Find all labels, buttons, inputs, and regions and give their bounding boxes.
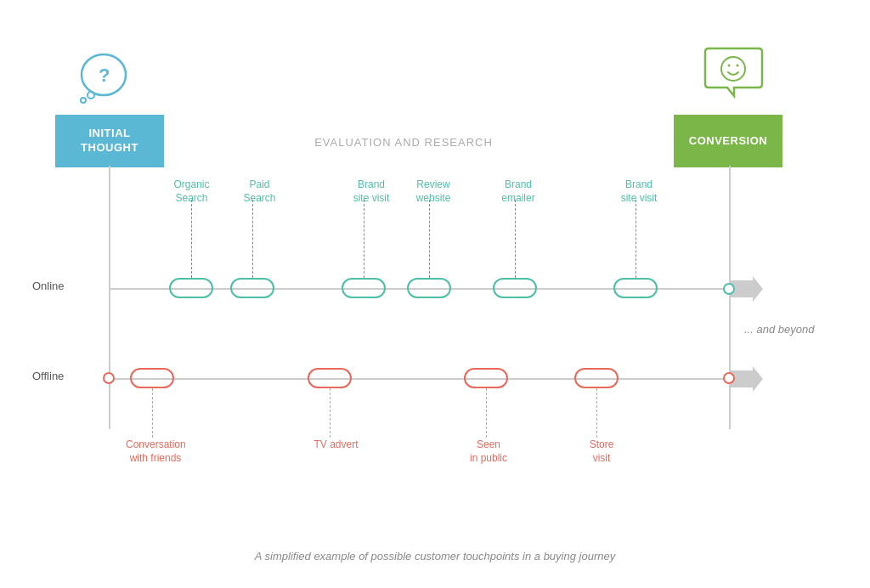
pill-offline-store-visit [574,368,619,388]
dot-online-end [723,283,735,295]
smiley-bubble-icon [702,47,765,106]
evaluation-label: EVALUATION AND RESEARCH [255,136,552,149]
dashed-review-website [429,200,430,278]
label-paid-search: PaidSearch [236,178,283,205]
initial-thought-box: INITIALTHOUGHT [55,115,164,167]
dashed-tv-advert [330,388,330,438]
diagram-container: ? INITIALTHOUGHT CONVERSION EVALUATION A… [0,0,870,588]
dashed-brand-site-1 [364,200,364,278]
dashed-paid-search [252,200,253,278]
label-organic-search: OrganicSearch [164,178,219,205]
pill-online-paid-search [230,278,274,298]
label-brand-site-1: Brandsite visit [347,178,395,205]
svg-text:?: ? [99,65,110,86]
caption: A simplified example of possible custome… [0,550,870,563]
and-beyond-label: ... and beyond [744,323,814,336]
label-brand-emailer: Brandemailer [493,178,544,205]
dashed-brand-site-2 [636,200,636,278]
dot-offline-start [103,372,115,384]
dot-offline-end [723,372,735,384]
label-brand-site-2: Brandsite visit [615,178,663,205]
svg-point-4 [721,57,745,81]
conversion-box: CONVERSION [674,115,782,167]
label-seen-in-public: Seenin public [466,438,511,465]
label-review-website: Reviewwebsite [408,178,459,205]
dashed-store-visit [596,388,597,438]
dashed-brand-emailer [515,200,516,278]
initial-thought-label: INITIALTHOUGHT [81,127,138,155]
label-store-visit: Storevisit [580,438,623,465]
svg-point-5 [728,65,731,67]
pill-online-brand-site-1 [342,278,386,298]
pill-online-brand-site-2 [613,278,658,298]
label-tv-advert: TV advert [313,438,359,452]
svg-point-0 [81,98,86,103]
dashed-seen-in-public [486,388,487,438]
pill-online-brand-emailer [493,278,537,298]
svg-point-6 [737,65,739,67]
dashed-organic-search [191,200,192,278]
label-conversation: Conversationwith friends [126,438,185,465]
offline-line [109,378,731,380]
conversion-label: CONVERSION [689,134,767,149]
dashed-conversation [152,388,153,438]
thought-bubble-icon: ? [68,51,127,106]
pill-offline-conversation [130,368,174,388]
online-label: Online [32,280,65,292]
pill-online-review-website [407,278,451,298]
pill-offline-tv-advert [308,368,352,388]
pill-online-organic-search [169,278,213,298]
pill-offline-seen-in-public [464,368,508,388]
offline-label: Offline [32,370,64,382]
vertical-line-start [109,166,110,429]
